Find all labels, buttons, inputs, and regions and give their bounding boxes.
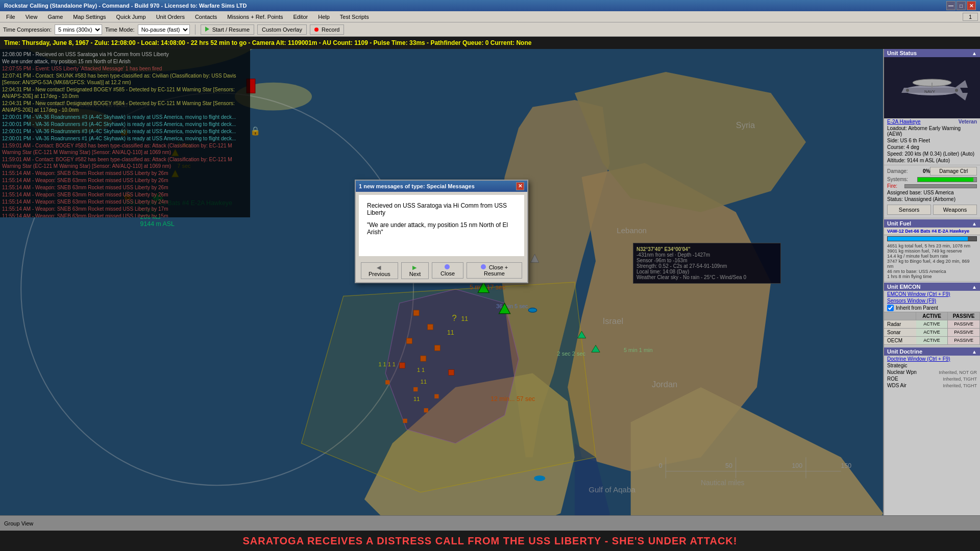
- fuel-detail-5: 46 nm to base: USS America: [887, 269, 977, 274]
- fuel-unit-name: VAW-12 Det-66 Bats #4 E-2A Hawkeye: [884, 228, 980, 235]
- unit-status-collapse-btn[interactable]: ▲: [972, 51, 977, 56]
- toolbar-sep1: [195, 24, 195, 35]
- main-content: Eastern Mediterranean Syria Israel Jorda…: [0, 49, 980, 515]
- unit-type-link[interactable]: E-2A Hawkeye: [887, 119, 921, 124]
- sensors-window-link[interactable]: Sensors Window (F9): [887, 298, 936, 304]
- emcon-oecm-label: OECM: [884, 337, 916, 345]
- inherit-checkbox-row: Inherit from Parent: [884, 304, 980, 312]
- window-title: Rockstar Calling (Standalone Play) - Com…: [4, 3, 247, 9]
- close-button[interactable]: ✕: [967, 1, 976, 10]
- next-icon: ▶: [412, 264, 416, 271]
- doctrine-strategic-row: Strategic: [884, 362, 980, 369]
- menu-missions[interactable]: Missions + Ref. Points: [223, 13, 287, 21]
- damage-label: Damage:: [887, 168, 923, 174]
- dialog-next-button[interactable]: ▶ Next: [401, 262, 429, 279]
- fire-row: Fire:: [884, 183, 980, 189]
- minimize-button[interactable]: —: [946, 1, 955, 10]
- map-area[interactable]: Eastern Mediterranean Syria Israel Jorda…: [0, 49, 883, 515]
- systems-progress-bar: [917, 177, 977, 182]
- emcon-radar-passive[interactable]: PASSIVE: [948, 320, 980, 329]
- emcon-col-active: ACTIVE: [916, 312, 948, 320]
- svg-marker-71: [955, 93, 968, 101]
- divider2: [884, 218, 980, 218]
- title-bar-controls: — □ ✕: [946, 1, 976, 10]
- doctrine-roe-row: ROE Inherited, TIGHT: [884, 375, 980, 382]
- record-button[interactable]: Record: [310, 24, 345, 35]
- doctrine-nuclear-value: Inherited, NOT GR: [939, 370, 977, 375]
- status-bar: Time: Thursday, June 8, 1967 - Zulu: 12:…: [0, 37, 980, 49]
- fuel-detail-3: 14.4 kg / minute fuel burn rate: [887, 254, 977, 259]
- menu-contacts[interactable]: Contacts: [191, 13, 221, 21]
- loadout-row: Loadout: Airborne Early Warning (AEW): [884, 125, 980, 137]
- group-view-label: Group View: [4, 520, 33, 527]
- divider4: [884, 346, 980, 346]
- assigned-base-text: Assigned base: USS America: [887, 190, 954, 195]
- script-counter: 1: [963, 13, 978, 21]
- sensors-button[interactable]: Sensors: [887, 205, 931, 215]
- emcon-col-label: [884, 312, 916, 320]
- veteran-badge: Veteran: [959, 119, 977, 124]
- sensors-window-row: Sensors Window (F9): [884, 297, 980, 304]
- unit-doctrine-collapse-btn[interactable]: ▲: [972, 349, 977, 355]
- fuel-detail-4: 3747 kg to Bingo fuel, 4 deg 20 min, 869…: [887, 259, 977, 269]
- dialog-prev-button[interactable]: ◀ Previous: [361, 262, 398, 279]
- dialog-footer: ◀ Previous ▶ Next Close Close + Resume: [356, 259, 527, 282]
- close-circle-icon: [445, 264, 450, 269]
- menu-view[interactable]: View: [21, 13, 42, 21]
- menu-editor[interactable]: Editor: [289, 13, 312, 21]
- weapons-button[interactable]: Weapons: [933, 205, 977, 215]
- menu-test-scripts[interactable]: Test Scripts: [336, 13, 373, 21]
- inherit-checkbox[interactable]: [887, 305, 894, 311]
- emcon-col-passive: PASSIVE: [948, 312, 980, 320]
- menu-file[interactable]: File: [2, 13, 19, 21]
- time-mode-label: Time Mode:: [105, 27, 135, 33]
- menu-unit-orders[interactable]: Unit Orders: [152, 13, 189, 21]
- start-resume-button[interactable]: Start / Resume: [201, 24, 254, 35]
- unit-emcon-collapse-btn[interactable]: ▲: [972, 284, 977, 290]
- doctrine-window-link[interactable]: Doctrine Window (Ctrl + F9): [887, 356, 950, 362]
- menu-quick-jump[interactable]: Quick Jump: [112, 13, 150, 21]
- fire-label: Fire:: [887, 183, 902, 189]
- title-bar: Rockstar Calling (Standalone Play) - Com…: [0, 0, 980, 11]
- emcon-oecm-active[interactable]: ACTIVE: [916, 337, 948, 345]
- menu-help[interactable]: Help: [314, 13, 334, 21]
- status-text: Time: Thursday, June 8, 1967 - Zulu: 12:…: [4, 39, 531, 46]
- doctrine-nuclear-label: Nuclear Wpn: [887, 369, 917, 375]
- maximize-button[interactable]: □: [957, 1, 966, 10]
- dialog-close-button[interactable]: Close: [432, 262, 463, 279]
- dialog-close-icon-btn[interactable]: ✕: [516, 182, 524, 190]
- course-row: Course: 4 deg: [884, 144, 980, 151]
- emcon-oecm-passive[interactable]: PASSIVE: [948, 337, 980, 345]
- group-view-bar: Group View: [0, 515, 980, 531]
- speed-row: Speed: 200 kts (M 0.34) (Loiter) (Auto): [884, 151, 980, 157]
- time-compression-label: Time Compression:: [3, 27, 52, 33]
- time-mode-select[interactable]: No-pause (fast): [138, 24, 190, 35]
- dialog-title-bar: 1 new messages of type: Special Messages…: [356, 181, 527, 192]
- menu-bar: File View Game Map Settings Quick Jump U…: [0, 11, 980, 22]
- doctrine-roe-label: ROE: [887, 376, 898, 382]
- emcon-radar-active[interactable]: ACTIVE: [916, 320, 948, 329]
- side-text: Side: US 6 th Fleet: [887, 138, 930, 143]
- dialog-body: Recieved on USS Saratoga via Hi Comm fro…: [359, 195, 524, 256]
- emcon-sonar-passive[interactable]: PASSIVE: [948, 329, 980, 337]
- doctrine-wds-value: Inherited, TIGHT: [943, 383, 977, 388]
- emcon-window-link[interactable]: EMCON Window (Ctrl + F9): [887, 291, 950, 297]
- unit-fuel-collapse-btn[interactable]: ▲: [972, 221, 977, 227]
- menu-game[interactable]: Game: [43, 13, 67, 21]
- divider1: [884, 165, 980, 165]
- fuel-detail-6: 1 hrs 8 min flying time: [887, 274, 977, 279]
- course-text: Course: 4 deg: [887, 144, 919, 150]
- custom-overlay-button[interactable]: Custom Overlay: [257, 24, 307, 35]
- time-compression-select[interactable]: 5 mins (300x): [55, 24, 102, 35]
- altitude-row: Altitude: 9144 m ASL (Auto): [884, 157, 980, 164]
- emcon-sonar-active[interactable]: ACTIVE: [916, 329, 948, 337]
- banner-text: SARATOGA RECEIVES A DISTRESS CALL FROM T…: [243, 535, 738, 547]
- dialog-close-resume-button[interactable]: Close + Resume: [467, 262, 522, 279]
- emcon-sonar-label: Sonar: [884, 329, 916, 337]
- fuel-bar: [887, 236, 977, 241]
- unit-image-area: NAVY: [884, 57, 980, 118]
- menu-map-settings[interactable]: Map Settings: [69, 13, 110, 21]
- damage-ctrl-button[interactable]: Damage Ctrl: [930, 167, 977, 176]
- prev-icon: ◀: [377, 264, 381, 271]
- fuel-detail-2: 3901 kg mission fuel, 749 kg reserve: [887, 248, 977, 254]
